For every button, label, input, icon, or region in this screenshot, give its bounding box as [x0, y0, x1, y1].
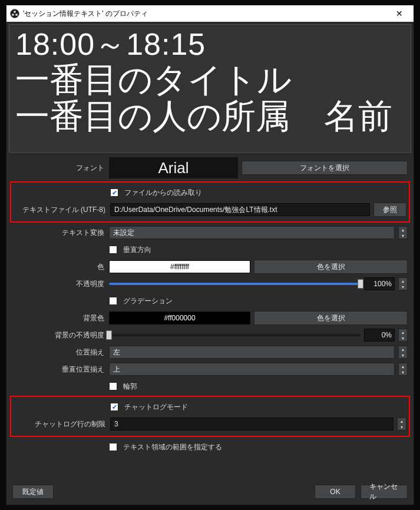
- defaults-button[interactable]: 既定値: [12, 485, 54, 499]
- bgopacity-spinner[interactable]: ▲▼: [398, 329, 408, 342]
- bgopacity-value[interactable]: 0%: [364, 329, 395, 342]
- chatlog-label: チャットログモード: [124, 402, 188, 412]
- gradient-checkbox[interactable]: [109, 297, 117, 305]
- svg-point-0: [11, 9, 19, 18]
- opacity-spinner[interactable]: ▲▼: [398, 277, 408, 290]
- read-from-file-label: ファイルからの読み取り: [124, 188, 202, 198]
- label-color: 色: [12, 262, 109, 272]
- label-align: 位置揃え: [12, 347, 109, 357]
- browse-button[interactable]: 参照: [373, 203, 406, 217]
- svg-point-1: [14, 11, 16, 13]
- label-text-file: テキストファイル (UTF-8): [14, 205, 110, 215]
- font-display: Arial: [109, 157, 238, 178]
- properties-window: 'セッション情報テキスト' のプロパティ ✕ 18:00～18:15 一番目のタ…: [6, 5, 414, 505]
- svg-point-2: [12, 14, 14, 16]
- select-color-button[interactable]: 色を選択: [254, 260, 408, 274]
- label-chatlog-limit: チャットログ行の制限: [14, 419, 110, 429]
- label-font: フォント: [12, 163, 109, 173]
- app-icon: [10, 9, 19, 18]
- ok-button[interactable]: OK: [315, 485, 356, 499]
- opacity-value[interactable]: 100%: [364, 277, 395, 290]
- vertical-label: 垂直方向: [123, 245, 151, 255]
- select-bgcolor-button[interactable]: 色を選択: [254, 311, 408, 325]
- label-opacity: 不透明度: [12, 279, 109, 289]
- label-valign: 垂直位置揃え: [12, 365, 109, 375]
- read-from-file-checkbox[interactable]: ✔: [110, 188, 118, 197]
- align-spinner[interactable]: ▲▼: [398, 346, 408, 359]
- valign-select[interactable]: 上: [109, 363, 395, 376]
- extents-label: テキスト領域の範囲を指定する: [123, 442, 222, 452]
- form-area: フォント Arial フォントを選択 ✔ ファイルからの読み取り テキストファイ…: [6, 156, 414, 455]
- outline-label: 輪郭: [123, 382, 137, 392]
- valign-spinner[interactable]: ▲▼: [398, 363, 408, 376]
- color-value[interactable]: #ffffffff: [109, 260, 250, 273]
- label-transform: テキスト変換: [12, 228, 109, 238]
- select-font-button[interactable]: フォントを選択: [242, 161, 408, 175]
- transform-select[interactable]: 未設定: [109, 226, 395, 239]
- file-path-input[interactable]: [110, 203, 370, 216]
- titlebar: 'セッション情報テキスト' のプロパティ ✕: [6, 5, 414, 22]
- chatlog-lines-input[interactable]: [110, 418, 393, 430]
- outline-checkbox[interactable]: [109, 382, 117, 390]
- window-title: 'セッション情報テキスト' のプロパティ: [23, 9, 388, 19]
- label-bgcolor: 背景色: [12, 313, 109, 323]
- align-select[interactable]: 左: [109, 346, 395, 359]
- gradient-label: グラデーション: [123, 296, 173, 306]
- extents-checkbox[interactable]: [109, 443, 117, 451]
- bgcolor-value[interactable]: #ff000000: [109, 312, 250, 324]
- footer: 既定値 OK キャンセル: [12, 485, 408, 499]
- chatlog-group-highlight: ✔ チャットログモード チャットログ行の制限 ▲▼: [10, 396, 410, 437]
- close-button[interactable]: ✕: [388, 5, 411, 22]
- vertical-checkbox[interactable]: [109, 246, 117, 254]
- cancel-button[interactable]: キャンセル: [361, 485, 408, 499]
- chatlog-checkbox[interactable]: ✔: [110, 403, 118, 411]
- chatlog-lines-spinner[interactable]: ▲▼: [397, 418, 406, 430]
- label-bgopacity: 背景の不透明度: [12, 330, 109, 340]
- preview-line-1: 18:00～18:15: [15, 28, 405, 61]
- opacity-slider[interactable]: [109, 283, 361, 285]
- preview-line-3: 一番目の人の所属 名前: [15, 98, 405, 134]
- text-preview: 18:00～18:15 一番目のタイトル 一番目の人の所属 名前: [9, 24, 411, 153]
- transform-spinner[interactable]: ▲▼: [398, 226, 408, 239]
- bgopacity-slider[interactable]: [109, 334, 361, 336]
- svg-point-3: [15, 14, 18, 16]
- preview-line-2: 一番目のタイトル: [15, 62, 405, 98]
- file-group-highlight: ✔ ファイルからの読み取り テキストファイル (UTF-8) 参照: [10, 181, 410, 223]
